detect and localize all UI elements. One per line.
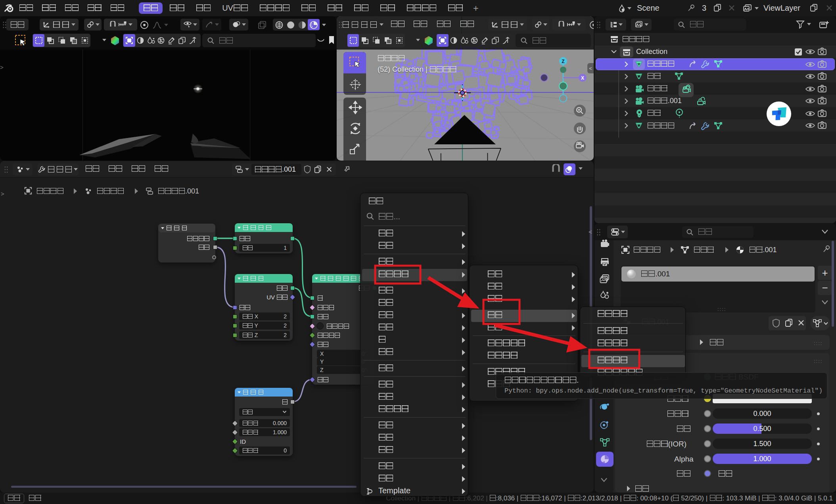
svg-text:Z: Z [562, 59, 564, 64]
svg-text:X: X [581, 75, 584, 81]
